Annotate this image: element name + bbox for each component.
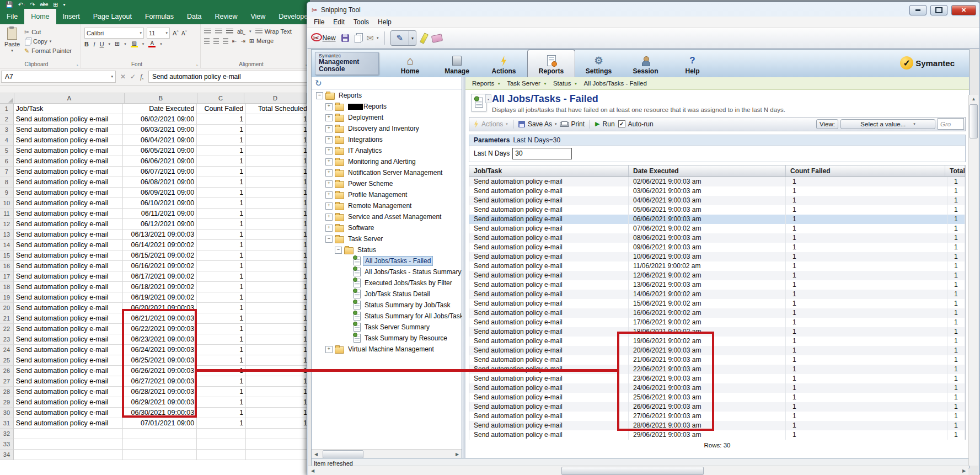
cell-date[interactable]: 06/12/2021 09:00 (123, 219, 197, 230)
cell-count[interactable]: 1 (197, 230, 246, 240)
paste-button[interactable]: Paste ▾ (2, 26, 22, 55)
cell-total[interactable]: 1 (246, 156, 310, 167)
row-number[interactable]: 21 (0, 313, 14, 324)
row-number[interactable]: 24 (0, 345, 14, 355)
cell-total[interactable]: 1 (246, 167, 310, 177)
breadcrumb-item[interactable]: All Jobs/Tasks - Failed (583, 80, 646, 87)
cell-total[interactable]: 1 (246, 250, 310, 261)
cell-total[interactable]: 1 (246, 418, 310, 429)
menu-edit[interactable]: Edit (329, 17, 349, 27)
tree-item-label[interactable]: All Jobs/Tasks - Failed (363, 256, 433, 266)
row-number[interactable]: 32 (0, 429, 14, 439)
table-row[interactable]: Send automation policy e-mail29/06/2021 … (469, 430, 965, 440)
pen-dropdown[interactable]: ▾ (409, 31, 416, 45)
align-right-icon[interactable] (223, 38, 228, 44)
collapse-icon[interactable]: − (325, 236, 333, 243)
cell-job[interactable]: Send automation policy e-mail (14, 292, 124, 303)
cell-date[interactable] (123, 429, 197, 439)
tab-data[interactable]: Data (180, 9, 208, 24)
row-number[interactable]: 7 (0, 167, 14, 177)
save-as-button[interactable]: Save As▾ (518, 120, 557, 128)
table-row[interactable]: Send automation policy e-mail14/06/2021 … (469, 290, 965, 299)
row-number[interactable]: 8 (0, 177, 14, 188)
row-number[interactable]: 15 (0, 250, 14, 261)
cell-total[interactable]: 1 (246, 303, 310, 313)
expand-icon[interactable]: + (325, 136, 333, 143)
refresh-icon[interactable]: ↻ (315, 78, 322, 88)
table-row[interactable]: Send automation policy e-mail17/06/2021 … (469, 318, 965, 327)
autorun-checkbox[interactable]: ✓Auto-run (618, 120, 654, 128)
cell-job[interactable]: Send automation policy e-mail (14, 418, 124, 429)
row-number[interactable]: 14 (0, 240, 14, 250)
cell-count[interactable]: 1 (197, 282, 246, 292)
cell-count[interactable]: 1 (197, 135, 246, 146)
cell-job[interactable]: Send automation policy e-mail (14, 366, 124, 376)
cell-total[interactable]: 1 (246, 408, 310, 418)
tree-item-label[interactable]: IT Analytics (346, 146, 383, 155)
row-number[interactable]: 28 (0, 387, 14, 397)
last-n-days-input[interactable] (512, 148, 572, 159)
scroll-up-icon[interactable]: ▲ (970, 95, 978, 103)
row-number[interactable]: 3 (0, 125, 14, 135)
actions-button[interactable]: Actions▾ (474, 120, 508, 128)
new-snip-button[interactable]: ✂ New (313, 33, 336, 43)
expand-icon[interactable]: + (325, 147, 333, 154)
align-middle-icon[interactable] (215, 29, 222, 34)
expand-icon[interactable]: + (325, 346, 333, 353)
tree-item-label[interactable]: Task Server Summary (363, 323, 431, 332)
borders-button[interactable]: ⊞ (115, 40, 120, 47)
print-button[interactable]: Print (560, 120, 585, 128)
cell-count[interactable]: 1 (197, 408, 246, 418)
pen-tool-button[interactable]: ✎ ▾ (390, 30, 417, 46)
cell-job[interactable]: Send automation policy e-mail (14, 156, 124, 167)
row-number[interactable]: 33 (0, 439, 14, 450)
table-row[interactable]: Send automation policy e-mail12/06/2021 … (469, 271, 965, 280)
cell-count[interactable]: 1 (197, 188, 246, 198)
nav-item-session[interactable]: Session (622, 50, 669, 77)
tree-item-label[interactable]: Virtual Machine Management (346, 345, 436, 354)
cell-date[interactable]: 06/19/2021 09:00:02 (123, 292, 197, 303)
collapse-icon[interactable]: − (335, 247, 342, 254)
table-row[interactable]: Send automation policy e-mail15/06/2021 … (469, 299, 965, 308)
run-button[interactable]: ▶Run (595, 120, 614, 128)
nav-item-settings[interactable]: ⚙Settings (575, 50, 622, 77)
cell-count[interactable]: 1 (197, 219, 246, 230)
tree-item-label[interactable]: Status (356, 245, 378, 254)
cancel-icon[interactable]: ✕ (120, 73, 126, 81)
scroll-left-icon[interactable]: ◀ (308, 467, 317, 475)
tree-item-label[interactable]: Deployment (346, 113, 385, 122)
cell-date[interactable]: 06/04/2021 09:00 (123, 135, 197, 146)
cell-job[interactable]: Send automation policy e-mail (14, 408, 124, 418)
nav-item-actions[interactable]: Actions (480, 50, 527, 77)
column-header-total[interactable]: Total Scheduled (945, 166, 965, 177)
expand-icon[interactable]: + (325, 125, 333, 132)
tab-home[interactable]: Home (24, 9, 56, 24)
cell-job[interactable]: Send automation policy e-mail (14, 324, 124, 334)
row-number[interactable]: 22 (0, 324, 14, 334)
cell-date[interactable]: 06/05/2021 09:00 (123, 146, 197, 156)
cell-total[interactable]: 1 (246, 271, 310, 282)
cell-total[interactable]: 1 (246, 292, 310, 303)
cell-count[interactable]: 1 (197, 397, 246, 408)
table-row[interactable]: Send automation policy e-mail07/06/2021 … (469, 224, 965, 233)
cell-total[interactable]: 1 (246, 188, 310, 198)
cell-date[interactable]: 06/14/2021 09:00:02 (123, 240, 197, 250)
vertical-scrollbar[interactable]: ▲ (968, 95, 978, 466)
cell-count[interactable]: 1 (197, 387, 246, 397)
cell-count[interactable]: 1 (197, 125, 246, 135)
tree-item-label[interactable]: Executed Jobs/Tasks by Filter (363, 279, 454, 287)
tree-item-label[interactable]: Task Server (346, 234, 384, 243)
cell-total[interactable]: 1 (246, 114, 310, 125)
enter-icon[interactable]: ✓ (130, 73, 136, 81)
row-number[interactable]: 25 (0, 355, 14, 366)
cell-date[interactable]: 06/13/2021 09:00:03 (123, 230, 197, 240)
cell-total[interactable]: 1 (246, 219, 310, 230)
tab-developer[interactable]: Developer (272, 9, 310, 24)
tab-insert[interactable]: Insert (56, 9, 87, 24)
row-number[interactable]: 27 (0, 376, 14, 387)
increase-indent-icon[interactable]: ⇥ (240, 38, 245, 44)
breadcrumb-item[interactable]: Reports (472, 80, 494, 87)
cell-date[interactable]: 06/15/2021 09:00:02 (123, 250, 197, 261)
tree-item-label[interactable]: Monitoring and Alerting (346, 157, 417, 166)
highlighter-button[interactable] (422, 33, 426, 44)
